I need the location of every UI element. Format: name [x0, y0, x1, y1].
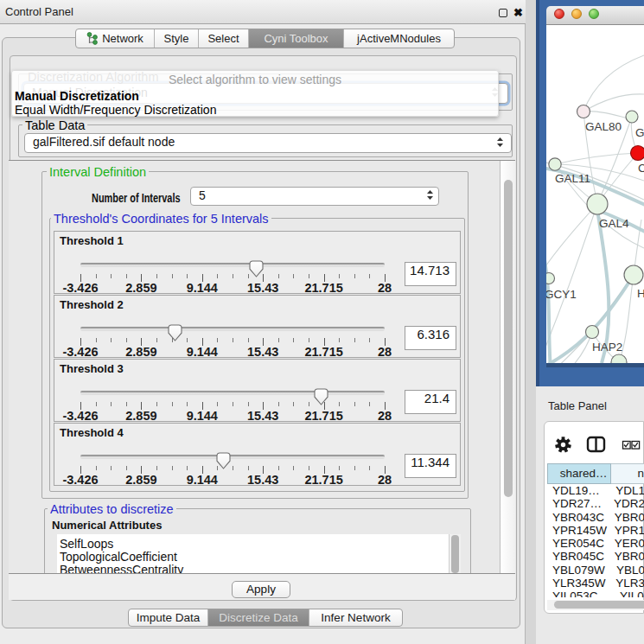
svg-text:H: H	[637, 287, 644, 300]
svg-text:GAL11: GAL11	[555, 172, 590, 185]
svg-text:GCY1: GCY1	[546, 288, 577, 301]
svg-text:HAP2: HAP2	[592, 341, 622, 354]
svg-text:GA: GA	[635, 126, 644, 139]
svg-text:GAL80: GAL80	[585, 120, 622, 133]
svg-text:C: C	[638, 162, 644, 175]
svg-text:GAL4: GAL4	[599, 217, 629, 230]
